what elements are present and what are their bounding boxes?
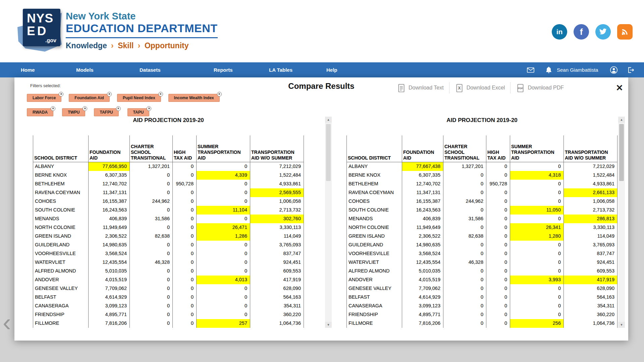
district-cell: CANASERAGA [33, 302, 88, 310]
rss-icon[interactable] [617, 24, 633, 40]
district-cell: BELFAST [33, 293, 88, 302]
twitter-icon[interactable] [595, 24, 611, 40]
value-cell: 16,243,563 [88, 206, 129, 215]
scroll-down-icon[interactable]: ▼ [618, 322, 625, 328]
value-cell: 0 [196, 162, 250, 171]
mail-icon[interactable] [527, 66, 535, 74]
value-cell: 0 [443, 267, 486, 276]
column-header: CHARTERSCHOOLTRANSITIONAL [129, 135, 172, 162]
value-cell: 77,656,950 [88, 162, 129, 171]
scroll-up-icon[interactable]: ▲ [618, 117, 625, 123]
value-cell: 12,435,554 [402, 258, 443, 267]
value-cell: 628,090 [250, 284, 304, 293]
nav-item-home[interactable]: Home [21, 62, 35, 78]
main-nav: Home Models Datasets Reports LA Tables H… [0, 62, 644, 78]
table-row: BERNE KNOX6,307,335004,3391,522,484 [33, 171, 304, 180]
svg-text:X: X [458, 86, 461, 90]
table-row: BETHLEHEM12,740,7020950,72804,933,861 [33, 180, 304, 188]
district-cell: NORTH COLONIE [33, 223, 88, 232]
remove-filter-icon[interactable]: × [147, 106, 151, 111]
column-header: TRANSPORTATIONAID W/O SUMMER [250, 135, 304, 162]
value-cell: 4,339 [196, 171, 250, 180]
value-cell: 4,614,929 [88, 293, 129, 302]
divider [449, 82, 449, 94]
district-cell: FRIENDSHIP [346, 310, 402, 319]
scroll-up-icon[interactable]: ▲ [325, 117, 332, 123]
right-table-scrollbar[interactable]: ▲ ▼ [618, 117, 625, 328]
nav-item-reports[interactable]: Reports [214, 62, 233, 78]
value-cell: 0 [172, 276, 196, 284]
facebook-icon[interactable]: f [574, 24, 589, 40]
table-row: BETHLEHEM12,740,7020950,72804,933,861 [346, 180, 618, 188]
table-row: SOUTH COLONIE16,243,5630011,1042,713,732 [33, 206, 304, 215]
value-cell: 114,049 [250, 232, 304, 241]
value-cell: 2,661,133 [564, 188, 618, 197]
social-links: in f [552, 24, 633, 40]
value-cell: 302,760 [250, 215, 304, 223]
value-cell: 837,747 [250, 249, 304, 258]
download-pdf-button[interactable]: PDF Download PDF [516, 83, 564, 92]
value-cell: 257 [196, 319, 250, 328]
page-prev-chevron-icon[interactable]: ‹ [3, 310, 11, 335]
value-cell: 609,553 [564, 267, 618, 276]
close-icon[interactable]: ✕ [616, 83, 623, 93]
chip-label: Pupil Need Index [123, 96, 155, 100]
district-cell: SOUTH COLONIE [346, 206, 402, 215]
download-excel-button[interactable]: X Download Excel [455, 83, 505, 92]
value-cell: 4,933,861 [250, 180, 304, 188]
value-cell: 354,311 [564, 302, 618, 310]
value-cell: 0 [443, 180, 486, 188]
nysed-logo[interactable]: NYS ED .gov [19, 7, 65, 53]
remove-filter-icon[interactable]: × [83, 106, 87, 111]
value-cell: 0 [129, 302, 172, 310]
nav-item-datasets[interactable]: Datasets [140, 62, 161, 78]
account-icon[interactable] [610, 66, 618, 74]
value-cell: 0 [510, 197, 564, 206]
value-cell: 0 [486, 206, 510, 215]
nav-item-models[interactable]: Models [76, 62, 94, 78]
district-cell: GENESEE VALLEY [33, 284, 88, 293]
remove-filter-icon[interactable]: × [107, 92, 112, 97]
district-cell: GREEN ISLAND [346, 232, 402, 241]
value-cell: 7,709,062 [402, 284, 443, 293]
district-cell: WATERVLIET [346, 258, 402, 267]
notifications-bell-icon[interactable] [545, 66, 553, 74]
value-cell: 0 [129, 293, 172, 302]
filter-chips-row-2: RWADA × TWPU × TAFPU × TAPU × [27, 108, 149, 116]
linkedin-icon[interactable]: in [552, 24, 567, 40]
remove-filter-icon[interactable]: × [116, 106, 121, 111]
value-cell: 0 [443, 319, 486, 328]
filter-chip-foundation-aid: Foundation Aid × [69, 94, 110, 102]
value-cell: 12,740,702 [88, 180, 129, 188]
value-cell: 924,451 [250, 258, 304, 267]
table-row: CANASERAGA3,099,123000354,311 [346, 302, 618, 310]
value-cell: 950,728 [486, 180, 510, 188]
table-row: SOUTH COLONIE16,243,5630011,0502,713,732 [346, 206, 618, 215]
user-name: Sean Giambattista [557, 62, 598, 78]
value-cell: 1,522,484 [250, 171, 304, 180]
value-cell: 3,099,123 [402, 302, 443, 310]
table-row: COHOES16,155,387244,962001,006,058 [346, 197, 618, 206]
remove-filter-icon[interactable]: × [59, 92, 63, 97]
scrollbar-thumb[interactable] [619, 124, 624, 181]
district-cell: GREEN ISLAND [33, 232, 88, 241]
value-cell: 4,614,929 [402, 293, 443, 302]
left-table-scrollbar[interactable]: ▲ ▼ [325, 117, 332, 328]
download-actions: Download Text X Download Excel PDF Downl… [397, 80, 564, 96]
table-row: BERNE KNOX6,307,335004,3181,522,484 [346, 171, 618, 180]
table-title: AID PROJECTION 2019-20 [346, 117, 618, 126]
chip-label: RWADA [33, 110, 48, 115]
table-row: CANASERAGA3,099,123000354,311 [33, 302, 304, 310]
nav-item-la-tables[interactable]: LA Tables [269, 62, 292, 78]
remove-filter-icon[interactable]: × [158, 92, 163, 97]
scrollbar-thumb[interactable] [326, 124, 331, 181]
remove-filter-icon[interactable]: × [51, 106, 55, 111]
value-cell: 3,568,524 [88, 249, 129, 258]
scroll-down-icon[interactable]: ▼ [325, 322, 332, 328]
download-text-button[interactable]: Download Text [397, 83, 444, 92]
table-row: GREEN ISLAND2,306,52282,63801,286114,049 [33, 232, 304, 241]
nav-item-help[interactable]: Help [326, 62, 337, 78]
remove-filter-icon[interactable]: × [217, 92, 222, 97]
logout-icon[interactable] [627, 66, 635, 74]
table-row: ALFRED ALMOND5,010,035000609,553 [33, 267, 304, 276]
